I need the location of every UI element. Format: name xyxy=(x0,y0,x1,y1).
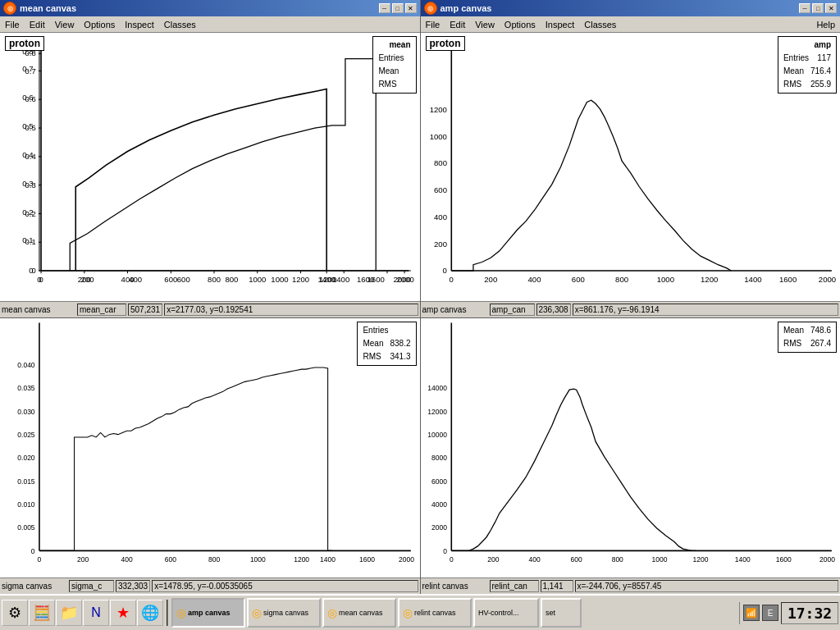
menu-classes[interactable]: Classes xyxy=(159,20,201,30)
svg-text:200: 200 xyxy=(433,240,446,249)
svg-text:0.3: 0.3 xyxy=(25,180,36,189)
sigma-chart-legend: Entries Mean838.2 RMS341.3 xyxy=(357,322,416,366)
amp-close-button[interactable]: ✕ xyxy=(825,3,837,13)
relint-canvas-chart[interactable]: Mean748.6 RMS267.4 0 2000 4000 6000 8000… xyxy=(421,318,841,578)
svg-text:1600: 1600 xyxy=(778,275,796,284)
amp-menu-inspect[interactable]: Inspect xyxy=(541,20,579,30)
amp-maximize-button[interactable]: □ xyxy=(812,3,824,13)
mean-canvas-titlebar: ◎ mean canvas ─ □ ✕ xyxy=(0,0,420,16)
relint-canvas-window: Mean748.6 RMS267.4 0 2000 4000 6000 8000… xyxy=(421,317,841,594)
mean-coord-field: 507,231 xyxy=(128,304,162,316)
svg-text:1000: 1000 xyxy=(429,132,446,141)
amp-canvas-name: amp canvas xyxy=(422,305,488,314)
taskbar-mean-label: mean canvas xyxy=(339,609,383,617)
amp-minimize-button[interactable]: ─ xyxy=(799,3,810,13)
ql-icon-2[interactable]: 🧮 xyxy=(29,600,55,626)
relint-object-field: relint_can xyxy=(490,580,539,592)
tray-icon-1: 📶 xyxy=(743,605,760,621)
svg-text:1200: 1200 xyxy=(429,105,446,114)
mean-chart-legend: mean Entries Mean RMS xyxy=(372,36,416,94)
svg-text:1400: 1400 xyxy=(320,555,336,564)
amp-chart-legend: amp Entries117 Mean716.4 RMS255.9 xyxy=(778,36,837,94)
relint-chart-legend: Mean748.6 RMS267.4 xyxy=(778,322,837,353)
taskbar-set-label: set xyxy=(546,609,555,617)
mean-canvas-menubar: File Edit View Options Inspect Classes xyxy=(0,16,420,33)
svg-text:0.015: 0.015 xyxy=(17,477,35,485)
svg-text:0.005: 0.005 xyxy=(17,523,35,532)
svg-text:1600: 1600 xyxy=(775,555,791,564)
clock-display: 17:32 xyxy=(781,602,838,624)
svg-text:400: 400 xyxy=(121,555,132,564)
menu-view[interactable]: View xyxy=(50,20,80,30)
svg-text:400: 400 xyxy=(527,275,541,284)
mean-chart-label: proton xyxy=(5,36,44,51)
taskbar-btn-relint[interactable]: ◎ relint canvas xyxy=(398,598,472,628)
amp-menu-help[interactable]: Help xyxy=(811,20,840,30)
amp-canvas-chart[interactable]: proton amp Entries117 Mean716.4 RMS255.9… xyxy=(421,33,841,301)
taskbar-btn-set[interactable]: set xyxy=(541,598,582,628)
taskbar: ⚙ 🧮 📁 N ★ 🌐 ◎ amp canvas ◎ sigma canvas … xyxy=(0,594,840,630)
svg-text:0.4: 0.4 xyxy=(25,152,36,161)
taskbar-btn-hv[interactable]: HV-control... xyxy=(473,598,539,628)
close-button[interactable]: ✕ xyxy=(405,3,417,13)
mean-object-field: mean_car xyxy=(77,304,126,316)
svg-text:400: 400 xyxy=(433,212,446,221)
taskbar-btn-mean[interactable]: ◎ mean canvas xyxy=(322,598,396,628)
ql-icon-1[interactable]: ⚙ xyxy=(2,600,28,626)
ql-icon-6[interactable]: 🌐 xyxy=(137,600,163,626)
mean-canvas-chart[interactable]: proton mean Entries Mean RMS 0 xyxy=(0,33,420,301)
svg-text:600: 600 xyxy=(571,275,584,284)
svg-text:600: 600 xyxy=(433,185,446,194)
menu-options[interactable]: Options xyxy=(79,20,120,30)
svg-text:14000: 14000 xyxy=(427,384,447,392)
amp-canvas-window: ◎ amp canvas ─ □ ✕ File Edit View Option… xyxy=(421,0,841,317)
svg-text:800: 800 xyxy=(208,555,220,564)
sigma-canvas-statusbar: sigma canvas sigma_c 332,303 x=1478.95, … xyxy=(0,578,420,594)
svg-text:1200: 1200 xyxy=(294,555,309,564)
ql-icon-3[interactable]: 📁 xyxy=(56,600,82,626)
svg-text:1400: 1400 xyxy=(744,275,761,284)
svg-text:1200: 1200 xyxy=(700,275,717,284)
svg-text:2000: 2000 xyxy=(819,555,835,564)
minimize-button[interactable]: ─ xyxy=(379,3,390,13)
svg-text:1000: 1000 xyxy=(249,275,266,284)
menu-file[interactable]: File xyxy=(0,20,25,30)
mean-canvas-statusbar: mean canvas mean_car 507,231 x=2177.03, … xyxy=(0,301,420,317)
sigma-canvas-chart[interactable]: Entries Mean838.2 RMS341.3 0 0.005 0.010… xyxy=(0,318,420,578)
svg-text:0: 0 xyxy=(442,266,446,275)
menu-edit[interactable]: Edit xyxy=(25,20,50,30)
svg-text:0: 0 xyxy=(31,266,35,275)
taskbar-btn-sigma[interactable]: ◎ sigma canvas xyxy=(247,598,321,628)
sigma-canvas-name: sigma canvas xyxy=(2,582,67,591)
svg-text:1600: 1600 xyxy=(357,275,374,284)
svg-text:800: 800 xyxy=(611,555,623,564)
ql-icon-5[interactable]: ★ xyxy=(110,600,136,626)
svg-text:1000: 1000 xyxy=(656,275,673,284)
amp-menu-file[interactable]: File xyxy=(421,20,445,30)
ql-icon-4[interactable]: N xyxy=(83,600,109,626)
amp-menu-view[interactable]: View xyxy=(470,20,500,30)
amp-menu-edit[interactable]: Edit xyxy=(445,20,470,30)
amp-menu-options[interactable]: Options xyxy=(500,20,541,30)
svg-text:800: 800 xyxy=(208,275,221,284)
amp-object-field: amp_can xyxy=(490,304,535,316)
relint-position-field: x=-244.706, y=8557.45 xyxy=(575,580,839,592)
svg-text:0.030: 0.030 xyxy=(17,408,35,416)
svg-text:6000: 6000 xyxy=(431,477,447,485)
svg-text:4000: 4000 xyxy=(431,500,447,509)
svg-text:200: 200 xyxy=(77,555,89,564)
svg-text:0.1: 0.1 xyxy=(25,237,36,246)
taskbar-sigma-label: sigma canvas xyxy=(263,609,308,617)
menu-inspect[interactable]: Inspect xyxy=(120,20,158,30)
taskbar-btn-amp[interactable]: ◎ amp canvas xyxy=(171,598,245,628)
svg-text:1400: 1400 xyxy=(734,555,750,564)
svg-text:0: 0 xyxy=(449,275,453,284)
amp-menu-classes[interactable]: Classes xyxy=(579,20,621,30)
maximize-button[interactable]: □ xyxy=(392,3,404,13)
svg-text:0.010: 0.010 xyxy=(17,500,35,509)
svg-text:1200: 1200 xyxy=(292,275,309,284)
amp-chart-label: proton xyxy=(426,36,465,51)
relint-coord-field: 1,141 xyxy=(541,580,573,592)
svg-text:0.035: 0.035 xyxy=(17,384,35,392)
sigma-canvas-window: Entries Mean838.2 RMS341.3 0 0.005 0.010… xyxy=(0,317,421,594)
